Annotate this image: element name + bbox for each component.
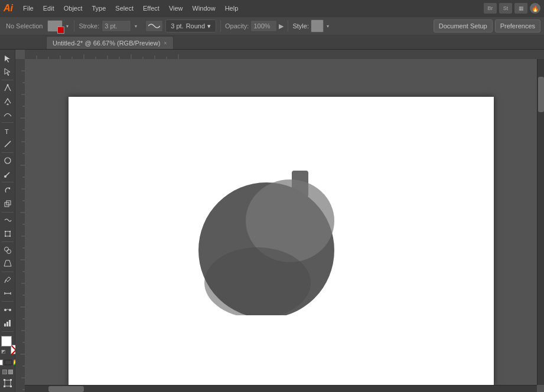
- stroke-cap-round[interactable]: 3 pt. Round ▾: [165, 19, 216, 32]
- warp-tool[interactable]: [1, 214, 14, 227]
- tool-divider-8: [2, 301, 14, 302]
- tool-divider-5: [2, 212, 14, 213]
- svg-rect-32: [4, 379, 5, 381]
- search-icon[interactable]: 🔥: [530, 3, 540, 14]
- menu-type[interactable]: Type: [88, 4, 110, 13]
- preferences-button[interactable]: Preferences: [495, 19, 540, 32]
- rotate-tool[interactable]: [1, 184, 14, 197]
- svg-rect-15: [9, 236, 11, 237]
- pen-tool[interactable]: [1, 82, 14, 94]
- artboard-tool[interactable]: [1, 377, 14, 390]
- stroke-weight-dropdown[interactable]: ▾: [133, 21, 138, 31]
- svg-point-18: [6, 249, 11, 253]
- svg-rect-34: [10, 386, 12, 387]
- screen-mode-icon[interactable]: [2, 370, 7, 374]
- canvas-area[interactable]: [15, 50, 544, 392]
- direct-selection-tool[interactable]: [1, 65, 14, 77]
- style-swatch[interactable]: [311, 19, 324, 32]
- line-tool[interactable]: [1, 138, 14, 151]
- svg-rect-36: [25, 50, 544, 59]
- tab-close-button[interactable]: ×: [164, 40, 167, 46]
- svg-rect-33: [10, 379, 12, 381]
- svg-point-82: [204, 247, 311, 315]
- screen-mode-2-icon[interactable]: [8, 370, 13, 374]
- sep1: [74, 20, 74, 32]
- menu-object[interactable]: Object: [60, 4, 87, 13]
- svg-point-24: [4, 309, 6, 311]
- menu-help[interactable]: Help: [221, 4, 243, 13]
- vertical-ruler: [15, 59, 25, 392]
- svg-rect-12: [5, 231, 10, 236]
- stroke-weight-input[interactable]: 3 pt.: [102, 20, 131, 32]
- vertical-scrollbar[interactable]: [537, 59, 544, 385]
- perspective-tool[interactable]: [1, 257, 14, 270]
- shape-builder-tool[interactable]: [1, 244, 14, 256]
- app-logo: Ai: [4, 3, 13, 14]
- svg-point-25: [9, 309, 11, 311]
- libraries-icon[interactable]: ▦: [514, 3, 527, 14]
- selection-tool[interactable]: [1, 52, 14, 64]
- svg-marker-19: [4, 260, 11, 266]
- document-setup-button[interactable]: Document Setup: [434, 19, 493, 32]
- selection-indicator: No Selection: [4, 21, 45, 31]
- tool-divider-9: [2, 331, 14, 332]
- stroke-label: Stroke:: [79, 22, 99, 30]
- menu-effect[interactable]: Effect: [139, 4, 164, 13]
- document-tab[interactable]: Untitled-2* @ 66.67% (RGB/Preview) ×: [46, 36, 174, 49]
- reset-icon[interactable]: ◩: [1, 349, 6, 354]
- tool-divider-7: [2, 272, 14, 272]
- eyedropper-tool[interactable]: [1, 274, 14, 286]
- horizontal-ruler: [25, 50, 544, 59]
- tool-divider-1: [2, 80, 14, 80]
- tool-divider-4: [2, 182, 14, 182]
- svg-text:T: T: [5, 128, 9, 135]
- add-anchor-tool[interactable]: [1, 95, 14, 107]
- brush-tool[interactable]: [1, 168, 14, 180]
- style-dropdown[interactable]: ▾: [325, 21, 330, 31]
- tool-divider-3: [2, 152, 14, 153]
- fill-dropdown[interactable]: ▾: [65, 21, 70, 31]
- menu-select[interactable]: Select: [111, 4, 138, 13]
- no-selection-label: No Selection: [4, 21, 45, 31]
- svg-rect-13: [5, 231, 6, 232]
- svg-rect-50: [15, 59, 25, 392]
- svg-point-2: [6, 84, 8, 86]
- svg-marker-9: [8, 187, 10, 190]
- fill-swatch[interactable]: [1, 336, 12, 347]
- svg-rect-26: [4, 324, 6, 326]
- measure-tool[interactable]: [1, 287, 14, 299]
- svg-rect-31: [5, 380, 11, 386]
- svg-rect-27: [6, 322, 8, 326]
- opacity-expand-icon[interactable]: ▶: [279, 22, 284, 30]
- blend-tool[interactable]: [1, 303, 14, 316]
- menu-edit[interactable]: Edit: [39, 4, 58, 13]
- menu-view[interactable]: View: [165, 4, 187, 13]
- stroke-profile-preview[interactable]: [145, 20, 163, 32]
- bridge-icon[interactable]: Br: [484, 3, 497, 14]
- menu-right-icons: Br St ▦ 🔥: [484, 3, 540, 14]
- graph-tool[interactable]: [1, 317, 14, 329]
- svg-line-6: [5, 141, 11, 147]
- opacity-control: Opacity: 100% ▶: [225, 20, 284, 32]
- scale-tool[interactable]: [1, 198, 14, 210]
- svg-rect-14: [9, 231, 11, 232]
- fill-mode-icon[interactable]: [0, 360, 3, 365]
- free-transform-tool[interactable]: [1, 227, 14, 240]
- menu-window[interactable]: Window: [188, 4, 220, 13]
- tab-title: Untitled-2* @ 66.67% (RGB/Preview): [53, 40, 160, 47]
- fill-color-swatch[interactable]: [47, 20, 63, 32]
- type-tool[interactable]: T: [1, 125, 14, 137]
- chevron-down-icon: ▾: [207, 22, 211, 30]
- ellipse-tool[interactable]: [1, 155, 14, 167]
- stroke-mode-icon[interactable]: [4, 360, 12, 365]
- stock-icon[interactable]: St: [499, 3, 512, 14]
- style-label: Style:: [292, 22, 309, 30]
- tool-divider-6: [2, 241, 14, 242]
- horizontal-scrollbar[interactable]: [25, 385, 537, 392]
- anchor-point-tool[interactable]: [1, 108, 14, 120]
- menu-file[interactable]: File: [19, 4, 38, 13]
- main-area: T: [0, 50, 544, 392]
- opacity-input[interactable]: 100%: [250, 20, 277, 32]
- tool-divider-2: [2, 122, 14, 123]
- tab-bar: Untitled-2* @ 66.67% (RGB/Preview) ×: [0, 35, 544, 50]
